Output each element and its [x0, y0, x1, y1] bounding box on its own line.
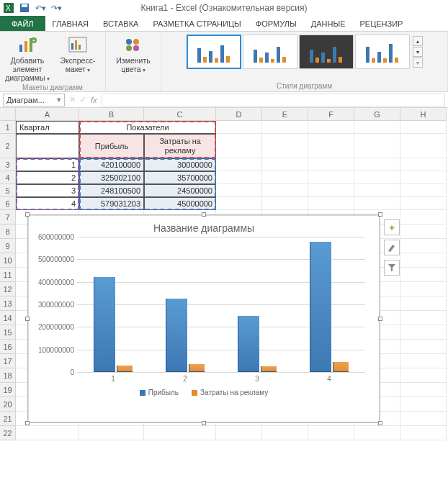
tab-review[interactable]: РЕЦЕНЗИР: [352, 16, 410, 31]
save-icon[interactable]: [19, 2, 30, 14]
row-header[interactable]: 18: [0, 368, 16, 383]
resize-handle[interactable]: [25, 212, 30, 217]
cell[interactable]: [400, 268, 447, 282]
cell[interactable]: [144, 426, 216, 440]
cell[interactable]: [262, 121, 308, 134]
resize-handle[interactable]: [378, 317, 382, 321]
row-header[interactable]: 17: [0, 354, 16, 368]
cell[interactable]: [400, 340, 447, 354]
column-header[interactable]: H: [400, 108, 447, 121]
cell[interactable]: [354, 158, 400, 171]
resize-handle[interactable]: [378, 421, 382, 425]
cell[interactable]: 45000000: [144, 197, 216, 210]
tab-insert[interactable]: ВСТАВКА: [96, 16, 145, 31]
cell[interactable]: [400, 282, 447, 296]
cell[interactable]: [400, 311, 447, 325]
cell[interactable]: 1: [16, 158, 79, 171]
column-header[interactable]: A: [16, 108, 79, 121]
cell[interactable]: [354, 171, 400, 184]
cell[interactable]: [400, 412, 447, 426]
chart-title[interactable]: Название диаграммы: [28, 215, 380, 237]
row-header[interactable]: 6: [0, 197, 16, 210]
row-header[interactable]: 8: [0, 225, 16, 239]
row-header[interactable]: 20: [0, 397, 16, 412]
cell[interactable]: [400, 171, 447, 184]
row-header[interactable]: 7: [0, 210, 16, 225]
cell[interactable]: [308, 171, 354, 184]
cell[interactable]: [216, 197, 262, 210]
cell[interactable]: [400, 197, 447, 210]
row-header[interactable]: 12: [0, 282, 16, 296]
cell[interactable]: 35700000: [144, 171, 216, 184]
cell[interactable]: 420100000: [79, 158, 144, 171]
gallery-down-icon[interactable]: ▾: [413, 47, 423, 57]
formula-cancel-icon[interactable]: ✕: [69, 95, 76, 104]
row-header[interactable]: 3: [0, 158, 16, 171]
column-header[interactable]: C: [144, 108, 216, 121]
excel-app-icon[interactable]: X: [3, 2, 14, 14]
row-header[interactable]: 13: [0, 296, 16, 311]
tab-data[interactable]: ДАННЫЕ: [304, 16, 353, 31]
cell[interactable]: [262, 171, 308, 184]
row-header[interactable]: 15: [0, 325, 16, 340]
row-header[interactable]: 16: [0, 340, 16, 354]
cell[interactable]: [262, 184, 308, 197]
cell[interactable]: 24500000: [144, 184, 216, 197]
resize-handle[interactable]: [25, 317, 30, 321]
cell[interactable]: [354, 121, 400, 134]
resize-handle[interactable]: [202, 212, 206, 217]
cell[interactable]: 30000000: [144, 158, 216, 171]
cell[interactable]: Прибыль: [79, 134, 144, 158]
cell[interactable]: [400, 210, 447, 225]
column-header[interactable]: D: [216, 108, 262, 121]
tab-file[interactable]: ФАЙЛ: [0, 16, 45, 31]
cell[interactable]: [308, 158, 354, 171]
cell[interactable]: [400, 158, 447, 171]
quick-layout-button[interactable]: Экспресс-макет: [55, 35, 101, 75]
cell[interactable]: 3: [16, 184, 79, 197]
column-header[interactable]: E: [262, 108, 308, 121]
cell[interactable]: [400, 426, 447, 440]
cell[interactable]: [308, 184, 354, 197]
cell[interactable]: [400, 354, 447, 368]
row-header[interactable]: 4: [0, 171, 16, 184]
cell[interactable]: [262, 134, 308, 158]
fx-icon[interactable]: fx: [91, 96, 97, 104]
row-header[interactable]: 21: [0, 412, 16, 426]
tab-home[interactable]: ГЛАВНАЯ: [45, 16, 96, 31]
cell[interactable]: [354, 134, 400, 158]
resize-handle[interactable]: [378, 212, 382, 217]
chart-style-1[interactable]: [187, 35, 241, 69]
formula-enter-icon[interactable]: ✓: [80, 95, 86, 104]
gallery-more-icon[interactable]: ▿: [413, 58, 423, 68]
undo-icon[interactable]: ↶▾: [35, 2, 46, 14]
row-header[interactable]: 19: [0, 383, 16, 397]
cell[interactable]: [400, 134, 447, 158]
gallery-up-icon[interactable]: ▴: [413, 36, 423, 46]
cell[interactable]: 325002100: [79, 171, 144, 184]
cell[interactable]: [400, 383, 447, 397]
cell[interactable]: Затраты на рекламу: [144, 134, 216, 158]
cell[interactable]: [354, 184, 400, 197]
cell[interactable]: [216, 184, 262, 197]
row-header[interactable]: 2: [0, 134, 16, 158]
tab-page-layout[interactable]: РАЗМЕТКА СТРАНИЦЫ: [145, 16, 248, 31]
chart-style-2[interactable]: [243, 35, 297, 69]
change-colors-button[interactable]: Изменить цвета: [110, 35, 156, 75]
cell[interactable]: [216, 121, 262, 134]
row-header[interactable]: 5: [0, 184, 16, 197]
cell[interactable]: [400, 121, 447, 134]
chart-filter-button[interactable]: [384, 260, 400, 276]
row-header[interactable]: 11: [0, 268, 16, 282]
redo-icon[interactable]: ↷▾: [50, 2, 62, 14]
chart-elements-button[interactable]: +: [384, 219, 400, 235]
cell[interactable]: [400, 253, 447, 268]
column-header[interactable]: G: [354, 108, 400, 121]
cell[interactable]: [216, 426, 262, 440]
cell[interactable]: [400, 325, 447, 340]
cell[interactable]: [262, 426, 308, 440]
cell[interactable]: [308, 121, 354, 134]
column-header[interactable]: F: [308, 108, 354, 121]
cell[interactable]: 4: [16, 197, 79, 210]
cell[interactable]: 2: [16, 171, 79, 184]
